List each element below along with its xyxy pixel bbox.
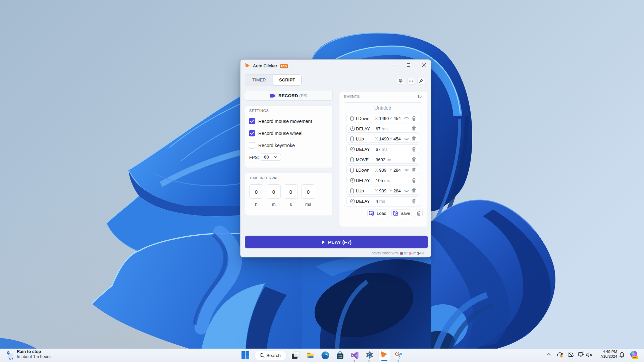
svg-text:PRE: PRE [633, 356, 637, 359]
